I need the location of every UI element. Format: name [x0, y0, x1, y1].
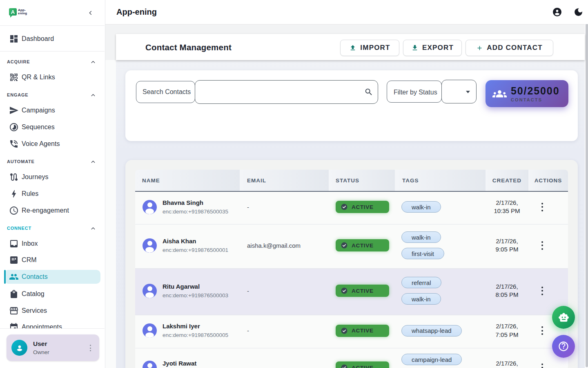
svg-text:A: A: [11, 9, 15, 15]
